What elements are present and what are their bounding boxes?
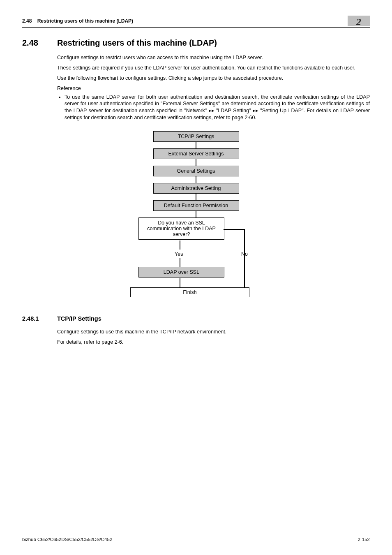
flow-node-admin-setting[interactable]: Administrative Setting bbox=[153, 183, 239, 194]
section-para-3: Use the following flowchart to configure… bbox=[57, 75, 370, 82]
flow-connector bbox=[196, 142, 196, 148]
flow-connector bbox=[196, 176, 196, 183]
flow-connector bbox=[224, 229, 244, 230]
reference-bullet: To use the same LDAP server for both use… bbox=[65, 94, 370, 122]
flow-node-ldap-ssl[interactable]: LDAP over SSL bbox=[138, 267, 224, 278]
section-heading: 2.48 Restricting users of this machine (… bbox=[22, 38, 370, 48]
section-para-2: These settings are required if you use t… bbox=[57, 65, 370, 72]
page-footer: bizhub C652/C652DS/C552/C552DS/C452 2-15… bbox=[22, 535, 370, 542]
header-section-name: Restricting users of this machine (LDAP) bbox=[37, 18, 133, 24]
flow-node-finish: Finish bbox=[130, 287, 249, 297]
subsection-para-2: For details, refer to page 2-6. bbox=[57, 339, 370, 346]
flow-connector bbox=[180, 240, 180, 250]
subsection-heading: 2.48.1 TCP/IP Settings bbox=[22, 315, 370, 322]
reference-list: To use the same LDAP server for both use… bbox=[57, 94, 370, 122]
section-body: Configure settings to restrict users who… bbox=[57, 51, 370, 124]
chapter-indicator: 2 bbox=[348, 16, 370, 26]
flow-connector bbox=[196, 194, 196, 200]
section-title: Restricting users of this machine (LDAP) bbox=[57, 38, 217, 48]
flow-connector bbox=[196, 159, 196, 166]
reference-label: Reference bbox=[57, 85, 370, 92]
header-section-ref: 2.48 bbox=[22, 18, 32, 24]
flow-connector bbox=[196, 211, 196, 217]
flowchart: TCP/IP Settings External Server Settings… bbox=[122, 131, 270, 300]
section-number: 2.48 bbox=[22, 38, 45, 48]
flow-connector bbox=[180, 258, 180, 267]
subsection-title: TCP/IP Settings bbox=[57, 315, 101, 322]
subsection-body: Configure settings to use this machine i… bbox=[57, 325, 370, 349]
flow-label-yes: Yes bbox=[175, 251, 183, 257]
header-left: 2.48 Restricting users of this machine (… bbox=[22, 18, 133, 24]
subsection-para-1: Configure settings to use this machine i… bbox=[57, 328, 370, 335]
flow-decision-wrap: Do you have an SSL communication with th… bbox=[130, 217, 262, 300]
flow-decision-ssl: Do you have an SSL communication with th… bbox=[138, 217, 224, 240]
flow-node-external-server[interactable]: External Server Settings bbox=[153, 148, 239, 159]
section-para-1: Configure settings to restrict users who… bbox=[57, 54, 370, 61]
footer-page: 2-152 bbox=[358, 537, 370, 542]
flow-node-general-settings[interactable]: General Settings bbox=[153, 166, 239, 176]
flow-connector bbox=[180, 278, 180, 287]
page-header: 2.48 Restricting users of this machine (… bbox=[22, 16, 370, 28]
flow-node-default-permission[interactable]: Default Function Permission bbox=[153, 200, 239, 211]
footer-model: bizhub C652/C652DS/C552/C552DS/C452 bbox=[22, 537, 112, 542]
flow-label-no: No bbox=[241, 251, 248, 257]
flow-node-tcpip[interactable]: TCP/IP Settings bbox=[153, 131, 239, 142]
subsection-number: 2.48.1 bbox=[22, 315, 45, 322]
flow-connector bbox=[244, 229, 245, 293]
